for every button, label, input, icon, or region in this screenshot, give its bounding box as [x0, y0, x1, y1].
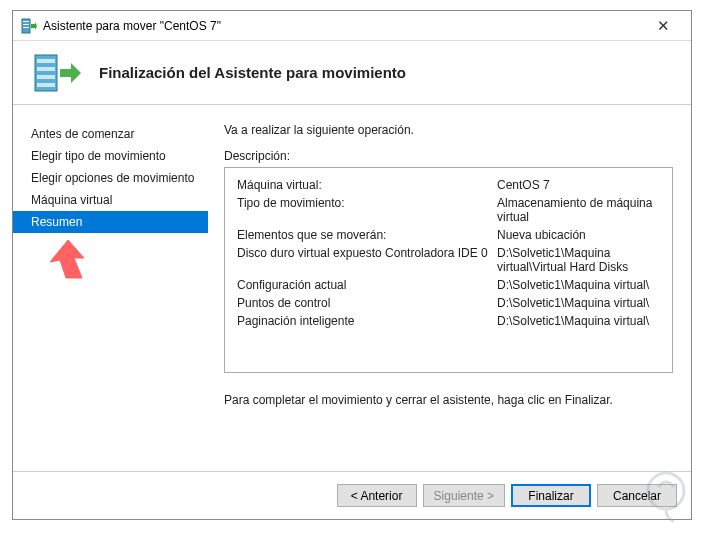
wizard-content: Va a realizar la siguiente operación. De…: [208, 105, 691, 471]
detail-key: Elementos que se moverán:: [237, 228, 497, 242]
svg-rect-7: [37, 75, 55, 79]
sidebar-item-move-options[interactable]: Elegir opciones de movimiento: [13, 167, 208, 189]
detail-key: Disco duro virtual expuesto Controladora…: [237, 246, 497, 274]
detail-val: D:\Solvetic1\Maquina virtual\: [497, 278, 660, 292]
app-icon: [21, 18, 37, 34]
svg-point-9: [648, 473, 684, 509]
detail-val: Almacenamiento de máquina virtual: [497, 196, 660, 224]
close-button[interactable]: ✕: [643, 12, 683, 40]
pointer-arrow-callout: [44, 238, 88, 282]
summary-details-box: Máquina virtual:CentOS 7 Tipo de movimie…: [224, 167, 673, 373]
detail-row: Máquina virtual:CentOS 7: [237, 178, 660, 192]
completion-instruction: Para completar el movimiento y cerrar el…: [224, 393, 673, 407]
detail-key: Máquina virtual:: [237, 178, 497, 192]
description-label: Descripción:: [224, 149, 673, 163]
detail-row: Disco duro virtual expuesto Controladora…: [237, 246, 660, 274]
detail-val: CentOS 7: [497, 178, 660, 192]
wizard-window: Asistente para mover "CentOS 7" ✕ Finali…: [12, 10, 692, 520]
watermark-icon: [638, 467, 694, 523]
detail-key: Configuración actual: [237, 278, 497, 292]
detail-key: Paginación inteligente: [237, 314, 497, 328]
wizard-header: Finalización del Asistente para movimien…: [13, 41, 691, 105]
detail-key: Puntos de control: [237, 296, 497, 310]
detail-key: Tipo de movimiento:: [237, 196, 497, 224]
wizard-steps-sidebar: Antes de comenzar Elegir tipo de movimie…: [13, 105, 208, 471]
svg-rect-6: [37, 67, 55, 71]
svg-rect-2: [23, 24, 29, 25]
detail-val: D:\Solvetic1\Maquina virtual\: [497, 314, 660, 328]
window-title: Asistente para mover "CentOS 7": [43, 19, 643, 33]
titlebar: Asistente para mover "CentOS 7" ✕: [13, 11, 691, 41]
detail-val: D:\Solvetic1\Maquina virtual\: [497, 296, 660, 310]
intro-text: Va a realizar la siguiente operación.: [224, 123, 673, 137]
sidebar-item-summary[interactable]: Resumen: [13, 211, 208, 233]
sidebar-item-before-start[interactable]: Antes de comenzar: [13, 123, 208, 145]
detail-row: Tipo de movimiento:Almacenamiento de máq…: [237, 196, 660, 224]
finish-button[interactable]: Finalizar: [511, 484, 591, 507]
next-button: Siguiente >: [423, 484, 505, 507]
detail-row: Paginación inteligenteD:\Solvetic1\Maqui…: [237, 314, 660, 328]
sidebar-item-virtual-machine[interactable]: Máquina virtual: [13, 189, 208, 211]
sidebar-item-move-type[interactable]: Elegir tipo de movimiento: [13, 145, 208, 167]
wizard-footer: < Anterior Siguiente > Finalizar Cancela…: [13, 471, 691, 519]
detail-row: Elementos que se moverán:Nueva ubicación: [237, 228, 660, 242]
wizard-body: Antes de comenzar Elegir tipo de movimie…: [13, 105, 691, 471]
server-move-icon: [33, 51, 81, 95]
detail-row: Puntos de controlD:\Solvetic1\Maquina vi…: [237, 296, 660, 310]
detail-val: Nueva ubicación: [497, 228, 660, 242]
svg-rect-8: [37, 83, 55, 87]
back-button[interactable]: < Anterior: [337, 484, 417, 507]
svg-rect-3: [23, 27, 29, 28]
close-icon: ✕: [657, 17, 670, 35]
detail-row: Configuración actualD:\Solvetic1\Maquina…: [237, 278, 660, 292]
svg-rect-5: [37, 59, 55, 63]
page-title: Finalización del Asistente para movimien…: [99, 64, 406, 81]
svg-rect-1: [23, 21, 29, 22]
detail-val: D:\Solvetic1\Maquina virtual\Virtual Har…: [497, 246, 660, 274]
